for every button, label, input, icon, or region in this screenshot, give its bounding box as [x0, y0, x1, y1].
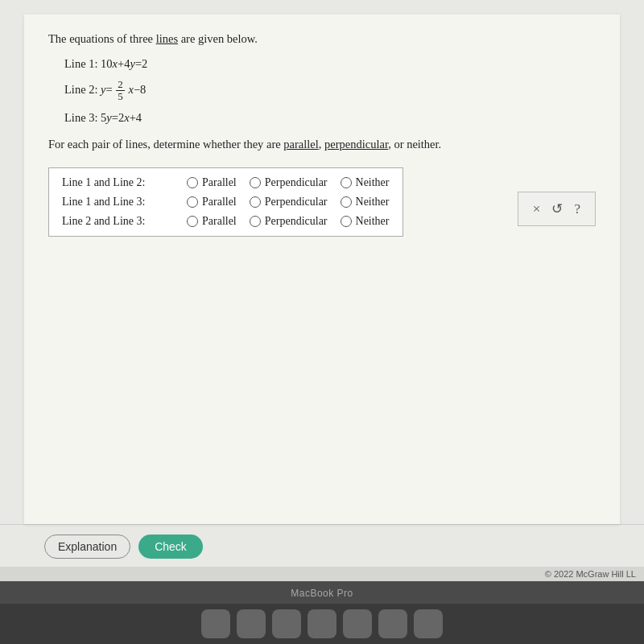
dock-icon-6[interactable] — [378, 609, 407, 638]
pair2-options: Parallel Perpendicular Neither — [187, 196, 390, 208]
answer-box: Line 1 and Line 2: Parallel Perpendicula… — [48, 167, 403, 237]
dock-icon-4[interactable] — [308, 609, 336, 638]
help-button[interactable]: ? — [574, 201, 580, 217]
pair1-neither-label: Neither — [356, 176, 390, 189]
pair2-neither-radio[interactable] — [341, 196, 352, 208]
dock-icon-2[interactable] — [237, 609, 266, 638]
pair3-perpendicular-label: Perpendicular — [265, 215, 328, 228]
copyright-text: © 2022 McGraw Hill LL — [545, 569, 636, 579]
pair1-parallel-radio[interactable] — [187, 177, 198, 188]
pair3-neither-radio[interactable] — [341, 216, 352, 227]
dock-icon-3[interactable] — [272, 609, 301, 638]
copyright-bar: © 2022 McGraw Hill LL — [0, 567, 644, 581]
bottom-bar: Explanation Check — [0, 524, 644, 567]
line3-label: Line 3: — [64, 111, 101, 124]
answer-row-3: Line 2 and Line 3: Parallel Perpendicula… — [62, 215, 390, 228]
undo-button[interactable]: ↺ — [551, 200, 563, 217]
line1-eq: 10x+4y=2 — [101, 57, 147, 70]
dock-icon-1[interactable] — [201, 609, 230, 638]
instruction-text: For each pair of lines, determine whethe… — [48, 138, 596, 151]
screen: The equations of three lines are given b… — [0, 0, 644, 644]
pair2-perpendicular-radio[interactable] — [250, 196, 261, 208]
pair1-parallel-label: Parallel — [202, 176, 237, 189]
pair3-label: Line 2 and Line 3: — [62, 215, 187, 228]
fraction-denominator: 5 — [116, 91, 125, 102]
close-button[interactable]: × — [533, 201, 541, 217]
line3-equation: Line 3: 5y=2x+4 — [48, 111, 596, 125]
answer-row-1: Line 1 and Line 2: Parallel Perpendicula… — [62, 176, 390, 189]
dock-icon-7[interactable] — [414, 609, 443, 638]
pair2-parallel-radio[interactable] — [187, 196, 198, 208]
line2-eq-suffix: x−8 — [128, 83, 146, 96]
answer-row-2: Line 1 and Line 3: Parallel Perpendicula… — [62, 196, 390, 208]
pair1-parallel-option[interactable]: Parallel — [187, 176, 237, 189]
pair1-options: Parallel Perpendicular Neither — [187, 176, 390, 189]
macbook-bar: MacBook Pro — [0, 581, 644, 604]
line1-label: Line 1: — [64, 57, 101, 70]
problem-paper: The equations of three lines are given b… — [24, 14, 620, 524]
pair1-perpendicular-option[interactable]: Perpendicular — [250, 176, 328, 189]
pair2-label: Line 1 and Line 3: — [62, 196, 187, 208]
check-button[interactable]: Check — [138, 535, 203, 559]
pair3-perpendicular-radio[interactable] — [250, 216, 261, 227]
line2-equation: Line 2: y= 2 5 x−8 — [48, 79, 596, 103]
line3-eq: 5y=2x+4 — [101, 111, 142, 124]
pair2-perpendicular-option[interactable]: Perpendicular — [250, 196, 328, 208]
pair1-neither-option[interactable]: Neither — [341, 176, 390, 189]
pair3-options: Parallel Perpendicular Neither — [187, 215, 390, 228]
pair1-label: Line 1 and Line 2: — [62, 176, 187, 189]
dock-bar — [0, 604, 644, 644]
action-box: × ↺ ? — [518, 192, 596, 226]
pair3-neither-option[interactable]: Neither — [341, 215, 390, 228]
pair1-neither-radio[interactable] — [341, 177, 352, 188]
pair2-parallel-option[interactable]: Parallel — [187, 196, 237, 208]
pair1-perpendicular-radio[interactable] — [250, 177, 261, 188]
pair3-parallel-label: Parallel — [202, 215, 237, 228]
line2-label: Line 2: y= — [64, 83, 113, 96]
pair2-neither-label: Neither — [356, 196, 390, 208]
explanation-button[interactable]: Explanation — [44, 535, 130, 559]
pair3-parallel-radio[interactable] — [187, 216, 198, 227]
fraction-numerator: 2 — [116, 79, 125, 91]
pair3-neither-label: Neither — [356, 215, 390, 228]
macbook-label: MacBook Pro — [291, 588, 353, 599]
pair3-parallel-option[interactable]: Parallel — [187, 215, 237, 228]
pair3-perpendicular-option[interactable]: Perpendicular — [250, 215, 328, 228]
line1-equation: Line 1: 10x+4y=2 — [48, 57, 596, 71]
dock-icon-5[interactable] — [343, 609, 372, 638]
pair2-neither-option[interactable]: Neither — [341, 196, 390, 208]
intro-text: The equations of three lines are given b… — [48, 32, 596, 46]
pair2-perpendicular-label: Perpendicular — [265, 196, 328, 208]
line2-fraction: 2 5 — [116, 79, 125, 103]
content-area: The equations of three lines are given b… — [0, 0, 644, 581]
pair2-parallel-label: Parallel — [202, 196, 237, 208]
pair1-perpendicular-label: Perpendicular — [265, 176, 328, 189]
